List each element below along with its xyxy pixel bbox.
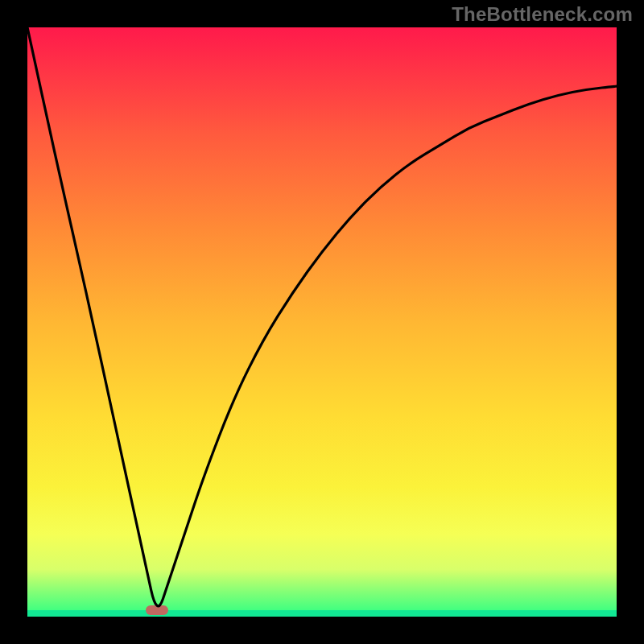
bottleneck-curve (27, 27, 617, 617)
plot-area (27, 27, 617, 617)
watermark-text: TheBottleneck.com (452, 3, 633, 26)
chart-frame: TheBottleneck.com (0, 0, 644, 644)
